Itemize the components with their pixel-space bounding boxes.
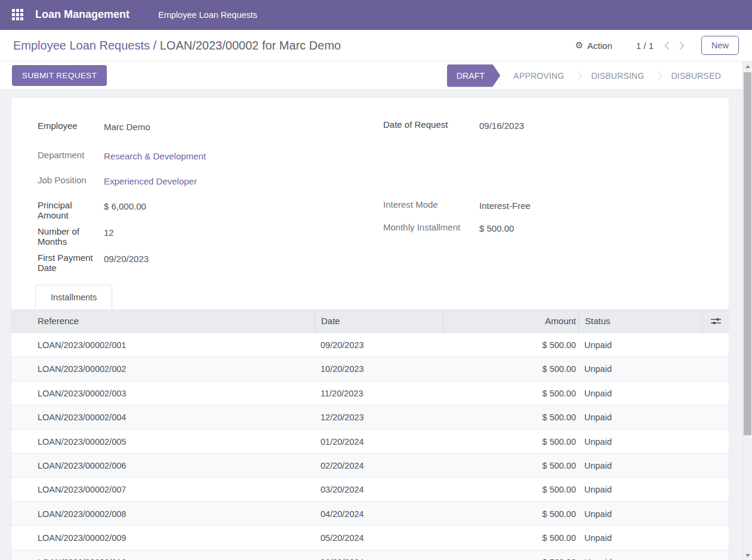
- breadcrumb-controls: ⚙ Action 1 / 1 New: [575, 36, 739, 55]
- stage-draft[interactable]: DRAFT: [447, 64, 501, 87]
- table-row[interactable]: LOAN/2023/00002/008 04/20/2024 $ 500.00 …: [11, 502, 729, 526]
- cell-spacer: [702, 478, 729, 501]
- cell-date[interactable]: 12/20/2023: [315, 405, 443, 429]
- cell-amount[interactable]: $ 500.00: [443, 405, 578, 429]
- cell-spacer: [702, 550, 729, 560]
- cell-status[interactable]: Unpaid: [578, 357, 702, 380]
- tab-installments[interactable]: Installments: [35, 285, 112, 309]
- apps-grid-icon[interactable]: [12, 9, 23, 20]
- cell-date[interactable]: 11/20/2023: [315, 381, 443, 405]
- interest-mode-value[interactable]: Interest-Free: [479, 199, 531, 211]
- cell-amount[interactable]: $ 500.00: [443, 430, 578, 453]
- cell-reference[interactable]: LOAN/2023/00002/003: [11, 381, 315, 405]
- column-header-amount[interactable]: Amount: [443, 309, 578, 333]
- table-row[interactable]: LOAN/2023/00002/001 09/20/2023 $ 500.00 …: [11, 333, 729, 357]
- cell-reference[interactable]: LOAN/2023/00002/002: [11, 357, 315, 380]
- cell-spacer: [702, 430, 729, 453]
- cell-reference[interactable]: LOAN/2023/00002/006: [11, 454, 315, 477]
- cell-date[interactable]: 09/20/2023: [315, 333, 443, 356]
- cell-date[interactable]: 02/20/2024: [315, 454, 443, 477]
- cell-amount[interactable]: $ 500.00: [443, 333, 578, 356]
- breadcrumb-parent-link[interactable]: Employee Loan Requests: [13, 39, 150, 52]
- new-button[interactable]: New: [701, 36, 739, 55]
- cell-status[interactable]: Unpaid: [578, 478, 702, 501]
- cell-status[interactable]: Unpaid: [578, 430, 702, 453]
- first-payment-date-value[interactable]: 09/20/2023: [104, 253, 149, 273]
- stage-disbursing[interactable]: DISBURSING: [583, 71, 652, 81]
- stage-disbursed[interactable]: DISBURSED: [663, 71, 729, 81]
- table-row[interactable]: LOAN/2023/00002/009 05/20/2024 $ 500.00 …: [11, 526, 729, 550]
- field-date-of-request: Date of Request 09/16/2023: [383, 119, 524, 131]
- sliders-icon: [711, 317, 721, 325]
- gear-icon: ⚙: [575, 40, 583, 51]
- department-link[interactable]: Research & Development: [104, 150, 206, 161]
- cell-date[interactable]: 01/20/2024: [315, 430, 443, 453]
- cell-reference[interactable]: LOAN/2023/00002/008: [11, 502, 315, 525]
- column-header-status[interactable]: Status: [578, 309, 702, 333]
- menu-item-employee-loan-requests[interactable]: Employee Loan Requests: [158, 10, 257, 20]
- cell-reference[interactable]: LOAN/2023/00002/010: [11, 550, 315, 560]
- employee-value[interactable]: Marc Demo: [104, 121, 150, 132]
- cell-reference[interactable]: LOAN/2023/00002/004: [11, 405, 315, 429]
- cell-reference[interactable]: LOAN/2023/00002/007: [11, 478, 315, 501]
- field-label: Principal Amount: [38, 200, 104, 220]
- cell-status[interactable]: Unpaid: [578, 454, 702, 477]
- cell-date[interactable]: 06/20/2024: [315, 550, 443, 560]
- optional-columns-button[interactable]: [702, 309, 729, 333]
- column-header-date[interactable]: Date: [315, 309, 443, 333]
- cell-status[interactable]: Unpaid: [578, 502, 702, 525]
- cell-amount[interactable]: $ 500.00: [443, 454, 578, 477]
- cell-amount[interactable]: $ 500.00: [443, 550, 578, 560]
- cell-spacer: [702, 357, 729, 380]
- cell-status[interactable]: Unpaid: [578, 381, 702, 405]
- stage-chevron-icon: [573, 71, 583, 81]
- app-title[interactable]: Loan Management: [35, 8, 130, 21]
- field-monthly-installment: Monthly Installment $ 500.00: [383, 222, 514, 233]
- cell-spacer: [702, 454, 729, 477]
- table-row[interactable]: LOAN/2023/00002/007 03/20/2024 $ 500.00 …: [11, 478, 729, 501]
- table-row[interactable]: LOAN/2023/00002/003 11/20/2023 $ 500.00 …: [11, 381, 729, 405]
- breadcrumb: Employee Loan Requests / LOAN/2023/00002…: [13, 39, 341, 53]
- cell-date[interactable]: 04/20/2024: [315, 502, 443, 525]
- number-of-months-value[interactable]: 12: [104, 226, 114, 247]
- cell-reference[interactable]: LOAN/2023/00002/009: [11, 526, 315, 549]
- cell-date[interactable]: 05/20/2024: [315, 526, 443, 549]
- notebook: Installments Reference Date Amount Statu…: [11, 285, 729, 560]
- cell-amount[interactable]: $ 500.00: [443, 502, 578, 525]
- table-row[interactable]: LOAN/2023/00002/010 06/20/2024 $ 500.00 …: [11, 550, 729, 560]
- pager-next-icon[interactable]: [679, 41, 685, 50]
- pager-previous-icon[interactable]: [664, 41, 670, 50]
- table-row[interactable]: LOAN/2023/00002/005 01/20/2024 $ 500.00 …: [11, 430, 729, 454]
- table-row[interactable]: LOAN/2023/00002/002 10/20/2023 $ 500.00 …: [11, 357, 729, 381]
- cell-amount[interactable]: $ 500.00: [443, 478, 578, 501]
- cell-amount[interactable]: $ 500.00: [443, 526, 578, 549]
- job-position-link[interactable]: Experienced Developer: [104, 175, 197, 186]
- scrollbar-up-icon[interactable]: [743, 61, 752, 71]
- scrollbar-thumb[interactable]: [744, 72, 751, 435]
- control-panel: Employee Loan Requests / LOAN/2023/00002…: [0, 30, 752, 61]
- cell-status[interactable]: Unpaid: [578, 526, 702, 549]
- field-label: Employee: [38, 121, 104, 132]
- principal-amount-value[interactable]: $ 6,000.00: [104, 200, 146, 220]
- date-of-request-value[interactable]: 09/16/2023: [479, 119, 524, 131]
- cell-date[interactable]: 10/20/2023: [315, 357, 443, 380]
- column-header-reference[interactable]: Reference: [11, 309, 315, 333]
- cell-reference[interactable]: LOAN/2023/00002/001: [11, 333, 315, 356]
- submit-request-button[interactable]: SUBMIT REQUEST: [12, 65, 107, 86]
- cell-amount[interactable]: $ 500.00: [443, 381, 578, 405]
- table-row[interactable]: LOAN/2023/00002/006 02/20/2024 $ 500.00 …: [11, 454, 729, 478]
- cell-reference[interactable]: LOAN/2023/00002/005: [11, 430, 315, 453]
- stage-approving[interactable]: APPROVING: [505, 71, 572, 81]
- table-row[interactable]: LOAN/2023/00002/004 12/20/2023 $ 500.00 …: [11, 405, 729, 429]
- field-interest-mode: Interest Mode Interest-Free: [383, 199, 531, 211]
- monthly-installment-value[interactable]: $ 500.00: [479, 222, 514, 233]
- vertical-scrollbar[interactable]: [742, 61, 752, 560]
- cell-status[interactable]: Unpaid: [578, 550, 702, 560]
- action-menu-button[interactable]: ⚙ Action: [575, 40, 612, 51]
- cell-date[interactable]: 03/20/2024: [315, 478, 443, 501]
- cell-amount[interactable]: $ 500.00: [443, 357, 578, 380]
- scrollbar-down-icon[interactable]: [743, 550, 752, 560]
- cell-status[interactable]: Unpaid: [578, 405, 702, 429]
- field-label: First Payment Date: [38, 253, 104, 273]
- cell-status[interactable]: Unpaid: [578, 333, 702, 356]
